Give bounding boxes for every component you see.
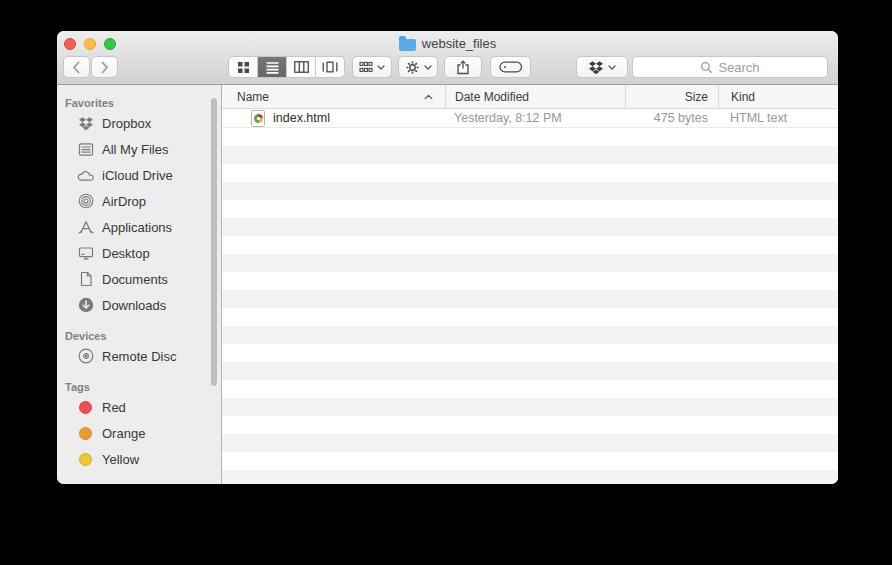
sidebar-item-label: Documents bbox=[102, 272, 168, 287]
zoom-button[interactable] bbox=[104, 38, 116, 50]
toolbar: Search bbox=[57, 56, 838, 84]
tag-button[interactable] bbox=[490, 56, 531, 78]
window-chrome: website_files bbox=[57, 31, 838, 85]
devices-items: Remote Disc bbox=[57, 343, 221, 369]
sidebar-section-tags: Tags bbox=[57, 380, 221, 394]
action-menu-button[interactable] bbox=[398, 56, 438, 78]
sidebar-item-documents[interactable]: Documents bbox=[57, 266, 221, 292]
sidebar-item-label: Desktop bbox=[102, 246, 150, 261]
back-button[interactable] bbox=[63, 56, 90, 78]
share-button[interactable] bbox=[444, 56, 482, 78]
file-list: Name Date Modified Size Kind bbox=[222, 85, 838, 484]
file-name: index.html bbox=[273, 111, 330, 125]
list-view-button[interactable] bbox=[257, 57, 286, 77]
sidebar-section-devices: Devices bbox=[57, 329, 221, 343]
tags-items: Red Orange Yellow bbox=[57, 394, 221, 472]
sidebar-item-label: Yellow bbox=[102, 452, 139, 467]
sidebar-item-tag-yellow[interactable]: Yellow bbox=[57, 446, 221, 472]
sidebar-item-tag-red[interactable]: Red bbox=[57, 394, 221, 420]
sidebar-item-desktop[interactable]: Desktop bbox=[57, 240, 221, 266]
sidebar-item-tag-orange[interactable]: Orange bbox=[57, 420, 221, 446]
cover-flow-view-button[interactable] bbox=[315, 57, 344, 77]
column-view-icon bbox=[294, 61, 309, 73]
file-row-index-html[interactable]: index.html Yesterday, 8:12 PM 475 bytes … bbox=[222, 109, 838, 128]
column-header-date-modified[interactable]: Date Modified bbox=[445, 85, 625, 108]
sidebar-item-label: Red bbox=[102, 400, 126, 415]
column-view-button[interactable] bbox=[286, 57, 315, 77]
red-tag-dot bbox=[77, 399, 94, 416]
folder-icon bbox=[399, 39, 416, 51]
window-title: website_files bbox=[422, 36, 496, 51]
sidebar: Favorites Dropbox All My Files bbox=[57, 85, 222, 484]
share-icon bbox=[456, 60, 470, 75]
orange-tag-dot bbox=[77, 425, 94, 442]
favorites-items: Dropbox All My Files iCloud Drive bbox=[57, 110, 221, 318]
column-header-kind[interactable]: Kind bbox=[718, 85, 838, 108]
search-icon bbox=[700, 61, 713, 74]
sidebar-item-remote-disc[interactable]: Remote Disc bbox=[57, 343, 221, 369]
file-date-cell: Yesterday, 8:12 PM bbox=[445, 109, 625, 127]
chevron-left-icon bbox=[72, 61, 81, 74]
sidebar-item-downloads[interactable]: Downloads bbox=[57, 292, 221, 318]
html-file-icon bbox=[251, 110, 265, 127]
arrange-icon bbox=[359, 61, 373, 73]
sidebar-item-label: iCloud Drive bbox=[102, 168, 173, 183]
chevron-down-icon bbox=[377, 65, 385, 70]
sidebar-item-dropbox[interactable]: Dropbox bbox=[57, 110, 221, 136]
dropbox-icon bbox=[588, 60, 604, 75]
chevron-down-icon bbox=[424, 65, 432, 70]
title-group: website_files bbox=[399, 36, 496, 51]
icon-view-button[interactable] bbox=[229, 57, 257, 77]
search-placeholder: Search bbox=[718, 60, 759, 75]
sidebar-section-favorites: Favorites bbox=[57, 96, 221, 110]
sidebar-item-label: Downloads bbox=[102, 298, 166, 313]
tag-icon bbox=[499, 60, 523, 74]
yellow-tag-dot bbox=[77, 451, 94, 468]
column-header-name[interactable]: Name bbox=[222, 85, 445, 108]
icloud-icon bbox=[77, 167, 94, 184]
forward-button[interactable] bbox=[91, 56, 118, 78]
sidebar-item-airdrop[interactable]: AirDrop bbox=[57, 188, 221, 214]
window-controls bbox=[64, 38, 116, 50]
minimize-button[interactable] bbox=[84, 38, 96, 50]
gear-icon bbox=[405, 60, 420, 75]
all-my-files-icon bbox=[77, 141, 94, 158]
file-kind-cell: HTML text bbox=[718, 109, 838, 127]
icon-view-icon bbox=[237, 61, 250, 74]
remote-disc-icon bbox=[77, 348, 94, 365]
sidebar-item-icloud-drive[interactable]: iCloud Drive bbox=[57, 162, 221, 188]
desktop-icon bbox=[77, 245, 94, 262]
dropbox-icon bbox=[77, 115, 94, 132]
close-button[interactable] bbox=[64, 38, 76, 50]
view-mode-control bbox=[228, 56, 345, 78]
list-view-icon bbox=[266, 61, 279, 74]
sidebar-item-applications[interactable]: Applications bbox=[57, 214, 221, 240]
cover-flow-view-icon bbox=[322, 61, 338, 73]
sidebar-item-all-my-files[interactable]: All My Files bbox=[57, 136, 221, 162]
file-name-cell: index.html bbox=[222, 109, 445, 127]
sort-ascending-icon[interactable] bbox=[424, 94, 433, 100]
sidebar-item-label: AirDrop bbox=[102, 194, 146, 209]
sidebar-scrollbar[interactable] bbox=[211, 98, 217, 386]
documents-icon bbox=[77, 271, 94, 288]
applications-icon bbox=[77, 219, 94, 236]
downloads-icon bbox=[77, 297, 94, 314]
list-header-row: Name Date Modified Size Kind bbox=[222, 85, 838, 109]
finder-window: website_files bbox=[57, 31, 838, 484]
column-header-size[interactable]: Size bbox=[625, 85, 718, 108]
airdrop-icon bbox=[77, 193, 94, 210]
sidebar-item-label: Remote Disc bbox=[102, 349, 176, 364]
sidebar-item-label: Orange bbox=[102, 426, 145, 441]
chevron-down-icon bbox=[608, 65, 616, 70]
chevron-right-icon bbox=[100, 61, 109, 74]
arrange-menu-button[interactable] bbox=[352, 56, 392, 78]
file-size-cell: 475 bytes bbox=[625, 109, 718, 127]
title-bar: website_files bbox=[57, 31, 838, 56]
dropbox-menu-button[interactable] bbox=[576, 56, 628, 78]
sidebar-item-label: Dropbox bbox=[102, 116, 151, 131]
window-body: Favorites Dropbox All My Files bbox=[57, 85, 838, 484]
search-input[interactable]: Search bbox=[632, 56, 828, 78]
sidebar-item-label: All My Files bbox=[102, 142, 168, 157]
empty-list-area bbox=[222, 128, 838, 484]
sidebar-item-label: Applications bbox=[102, 220, 172, 235]
